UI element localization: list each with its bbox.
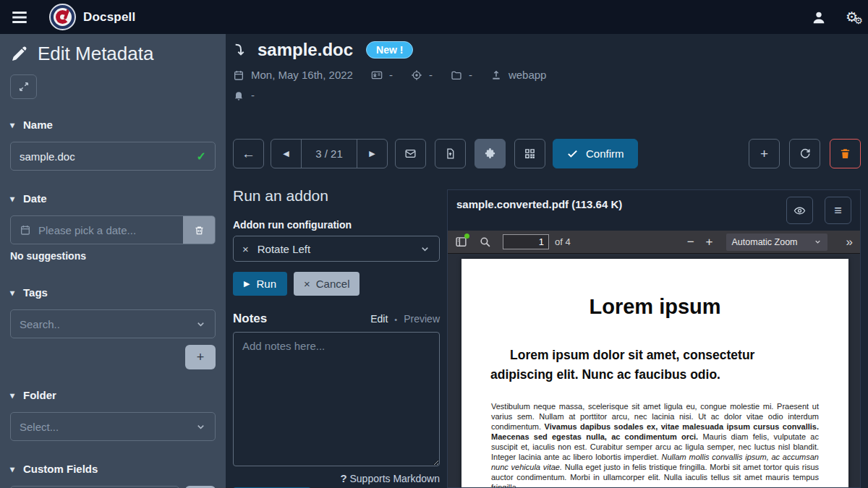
attachment-menu-button[interactable]: ≡	[825, 197, 851, 224]
markdown-hint: ? Supports Markdown	[233, 472, 440, 484]
custom-fields-section-label: Custom Fields	[23, 463, 98, 475]
new-badge: New !	[366, 41, 413, 59]
docspell-logo-icon[interactable]	[49, 4, 76, 30]
name-input[interactable]	[20, 150, 197, 163]
pdf-doc-subtitle: Lorem ipsum dolor sit amet, consectetur …	[490, 346, 820, 385]
pdf-doc-title: Lorem ipsum	[461, 295, 848, 319]
bell-icon	[233, 90, 244, 101]
item-source: webapp	[509, 69, 547, 81]
trash-icon	[839, 147, 851, 160]
docspell-app: Docspell ⚙⚙ Edit Metadata ▾ Name ✓ ▾ Dat…	[0, 0, 868, 488]
folder-select[interactable]: Select...	[10, 412, 216, 441]
confirm-button[interactable]: Confirm	[553, 139, 638, 168]
hamburger-menu-icon[interactable]	[10, 9, 29, 25]
preview-eye-button[interactable]	[786, 197, 813, 224]
clear-selection-icon[interactable]: ×	[242, 243, 249, 255]
chevron-down-icon	[195, 421, 206, 432]
next-item-button[interactable]: ▶	[357, 140, 387, 168]
addon-config-select[interactable]: × Rotate Left	[233, 236, 440, 262]
help-icon[interactable]: ?	[340, 472, 346, 484]
tags-select[interactable]: Search..	[10, 309, 216, 338]
pdf-zoom-select[interactable]: Automatic Zoom	[726, 234, 827, 251]
section-header-tags[interactable]: ▾ Tags	[10, 286, 216, 299]
run-addon-button[interactable]: ▶ Run	[233, 272, 287, 296]
addon-button[interactable]	[475, 139, 506, 168]
section-header-name[interactable]: ▾ Name	[10, 119, 216, 131]
puzzle-icon	[484, 147, 496, 160]
item-title: sample.doc	[258, 40, 353, 60]
expand-sidebar-button[interactable]	[10, 74, 37, 99]
item-folder: -	[469, 69, 472, 81]
pdf-zoom-value: Automatic Zoom	[732, 237, 798, 247]
notes-textarea[interactable]	[233, 332, 440, 466]
name-section-label: Name	[23, 119, 53, 131]
notes-preview-tab[interactable]: Preview	[404, 313, 440, 325]
processing-gears-icon[interactable]: ⚙⚙	[846, 10, 858, 24]
folder-section-label: Folder	[23, 389, 56, 401]
item-person: -	[429, 69, 433, 81]
id-card-icon	[371, 69, 383, 81]
sidebar-title: Edit Metadata	[38, 43, 153, 65]
prev-item-button[interactable]: ◀	[271, 140, 302, 168]
section-header-custom-fields[interactable]: ▾ Custom Fields	[10, 463, 216, 475]
pdf-sidebar-toggle-icon[interactable]	[455, 236, 467, 248]
caret-down-icon: ▾	[10, 194, 14, 204]
item-date: Mon, May 16th, 2022	[251, 69, 353, 81]
addon-notes-column: Run an addon Addon run configuration × R…	[233, 187, 440, 488]
item-correspondent: -	[389, 69, 393, 81]
logo-inner	[54, 8, 72, 26]
no-suggestions-text: No suggestions	[10, 250, 216, 262]
date-section-label: Date	[23, 192, 47, 205]
pager-count: 3 / 21	[302, 140, 357, 168]
section-header-date[interactable]: ▾ Date	[10, 192, 216, 205]
clear-date-button[interactable]	[183, 216, 215, 244]
notes-edit-tab[interactable]: Edit	[370, 313, 388, 325]
top-navbar: Docspell ⚙⚙	[0, 0, 868, 34]
attach-file-button[interactable]	[435, 139, 466, 168]
tags-placeholder: Search..	[20, 318, 60, 330]
check-icon	[566, 147, 579, 160]
item-header: sample.doc New ! Mon, May 16th, 2022 - -…	[233, 40, 546, 101]
chevron-down-icon	[195, 319, 206, 330]
notes-header: Notes Edit • Preview	[233, 312, 440, 326]
delete-item-button[interactable]	[830, 139, 861, 168]
back-button[interactable]: ←	[233, 139, 264, 168]
attachment-header: sample.converted.pdf (113.64 K) ≡	[448, 190, 860, 231]
close-icon: ×	[304, 278, 310, 290]
reprocess-button[interactable]	[789, 139, 820, 168]
cancel-addon-button[interactable]: × Cancel	[294, 272, 359, 296]
trash-icon	[194, 225, 205, 236]
envelope-icon	[404, 147, 417, 160]
add-tag-button[interactable]: +	[185, 345, 216, 369]
send-mail-button[interactable]	[395, 139, 426, 168]
qr-code-icon	[524, 147, 536, 160]
refresh-icon	[799, 147, 811, 160]
user-icon[interactable]	[811, 9, 827, 25]
name-input-wrap: ✓	[10, 142, 216, 171]
attachment-panel: sample.converted.pdf (113.64 K) ≡	[447, 189, 861, 488]
sidebar-title-row: Edit Metadata	[10, 43, 216, 65]
caret-down-icon: ▾	[10, 464, 14, 474]
expand-arrows-icon	[18, 81, 30, 93]
calendar-icon	[20, 224, 31, 236]
item-pager: ◀ 3 / 21 ▶	[271, 139, 388, 168]
pdf-search-icon[interactable]	[479, 236, 491, 248]
attachment-filename: sample.converted.pdf (113.64 K)	[456, 197, 673, 213]
section-header-folder[interactable]: ▾ Folder	[10, 389, 216, 401]
calendar-icon	[233, 69, 244, 81]
item-due-row: -	[233, 89, 546, 101]
arrow-left-icon: ←	[242, 147, 255, 160]
qr-code-button[interactable]	[514, 139, 545, 168]
date-picker[interactable]: Please pick a date...	[10, 215, 216, 244]
addon-config-label: Addon run configuration	[233, 219, 440, 231]
pdf-page-total: of 4	[555, 236, 571, 247]
zoom-in-button[interactable]: +	[700, 235, 719, 249]
add-item-button[interactable]: +	[749, 139, 780, 168]
cancel-label: Cancel	[316, 278, 350, 290]
pdf-page-input[interactable]	[503, 234, 549, 249]
zoom-out-button[interactable]: −	[681, 235, 700, 249]
caret-down-icon: ▾	[10, 288, 14, 298]
folder-placeholder: Select...	[20, 421, 59, 433]
pdf-viewer[interactable]: Lorem ipsum Lorem ipsum dolor sit amet, …	[448, 254, 860, 487]
pdf-tools-expand-button[interactable]: »	[846, 235, 853, 249]
